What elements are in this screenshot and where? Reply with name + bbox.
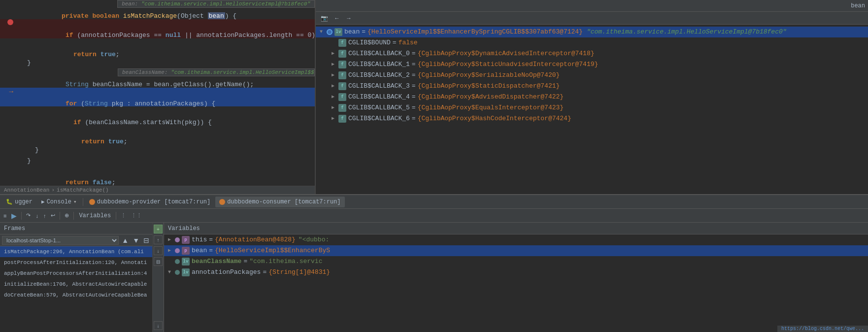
var-item-this[interactable]: ▶ p this = {AnnotationBean@4828} "<dubbo… — [164, 234, 868, 245]
var-icon-p-this: p — [182, 236, 190, 244]
var-item-bean[interactable]: ▶ p bean = {HelloServiceImpl$$EnhancerBy… — [164, 245, 868, 256]
forward-button[interactable]: → — [344, 14, 354, 23]
var-val-cb3: {CglibAopProxy$StaticDispatcher@7421} — [418, 81, 560, 91]
expand-icon-cb1[interactable]: ▶ — [332, 60, 338, 69]
expand-this[interactable]: ▶ — [168, 235, 175, 245]
frame-item-4[interactable]: initializeBean:1706, AbstractAutowireCap… — [0, 279, 152, 290]
camera-button[interactable]: 📷 — [319, 14, 330, 23]
var-name-this: this — [192, 235, 207, 245]
expand-icon-cb3[interactable]: ▶ — [332, 81, 338, 91]
main-container: private boolean isMatchPackage(Object be… — [0, 0, 868, 332]
toolbar-btn-step-into[interactable]: ↓ — [34, 212, 40, 219]
nav-down-btn-2[interactable]: ↓ — [154, 321, 163, 330]
tab-consumer-label: dubbodemo-consumer [tomcat7:run] — [227, 199, 340, 205]
var-item-callback-1[interactable]: ▶ f CGLIB$CALLBACK_1 = {CglibAopProxy$St… — [316, 59, 868, 70]
frame-item-1[interactable]: isMatchPackage:296, AnnotationBean (com.… — [0, 246, 152, 257]
nav-down-btn[interactable]: ↓ — [154, 246, 163, 255]
var-eq-cb4: = — [412, 92, 416, 102]
nav-add-btn[interactable]: + — [154, 225, 163, 233]
nav-up-btn[interactable]: ↑ — [154, 235, 163, 244]
var-eq-cb6: = — [412, 114, 416, 124]
var-name-annotationpackages: annotationPackages — [192, 267, 261, 277]
tab-provider[interactable]: dubbodemo-provider [tomcat7:run] — [85, 197, 214, 207]
frame-item-2[interactable]: postProcessAfterInitialization:120, Anno… — [0, 257, 152, 268]
provider-icon — [89, 199, 95, 205]
var-item-beanclassname[interactable]: lv beanClassName = "com.itheima.servic — [164, 256, 868, 267]
tab-consumer[interactable]: dubbodemo-consumer [tomcat7:run] — [215, 197, 344, 207]
var-icon-f-cb2: f — [338, 71, 346, 79]
code-panel: private boolean isMatchPackage(Object be… — [0, 0, 315, 194]
var-item-bean-root[interactable]: ▼ lv bean = {HelloServiceImpl$$EnhancerB… — [316, 27, 868, 37]
toolbar-btn-list[interactable]: ≡ — [2, 212, 8, 219]
toolbar-btn-evaluate[interactable]: ⊕ — [63, 212, 70, 219]
nav-filter-btn[interactable]: ⊟ — [154, 257, 163, 266]
code-line-9: } — [0, 145, 315, 156]
var-name-cb4: CGLIB$CALLBACK_4 — [348, 92, 410, 102]
var-icon-f-cb1: f — [338, 61, 346, 68]
bottom-area: 🐛 ugger ▶ Console ▾ dubbodemo-provider [… — [0, 194, 868, 332]
var-icon-f-cb3: f — [338, 82, 346, 90]
kw-if-2: if — [73, 119, 81, 126]
var-val-cb0: {CglibAopProxy$DynamicAdvisedInterceptor… — [418, 49, 595, 59]
console-dropdown[interactable]: ▾ — [73, 199, 77, 205]
status-link[interactable]: https://blog.csdn.net/qwe... — [781, 326, 864, 332]
frame-select[interactable]: localhost-startStop-1... — [2, 236, 119, 245]
var-item-callback-4[interactable]: ▶ f CGLIB$CALLBACK_4 = {CglibAopProxy$Ad… — [316, 92, 868, 102]
var-item-cglib-bound[interactable]: f CGLIB$BOUND = false — [316, 37, 868, 48]
code-line-8: return true; — [0, 126, 315, 145]
expand-annotationpackages[interactable]: ▼ — [168, 267, 175, 277]
debug-toolbar: 📷 ← → — [316, 12, 868, 25]
var-eq-cb1: = — [412, 60, 416, 69]
back-button[interactable]: ← — [332, 14, 342, 23]
expand-icon-bean[interactable]: ▼ — [320, 27, 327, 37]
bean-debug-icon — [327, 29, 333, 35]
var-list: ▶ p this = {AnnotationBean@4828} "<dubbo… — [164, 234, 868, 332]
toolbar-separator-1 — [21, 212, 22, 220]
toolbar-btn-more[interactable]: ⋮ — [119, 212, 128, 219]
expand-icon-cb0[interactable]: ▶ — [332, 49, 338, 59]
var-val-cglib-bound: false — [399, 38, 418, 48]
frame-down-btn[interactable]: ▼ — [132, 236, 140, 244]
var-item-callback-0[interactable]: ▶ f CGLIB$CALLBACK_0 = {CglibAopProxy$Dy… — [316, 48, 868, 59]
toolbar-btn-run-to-cursor[interactable]: ↩ — [49, 212, 57, 219]
frame-filter-btn[interactable]: ⊟ — [142, 236, 150, 244]
var-val-cb4: {CglibAopProxy$AdvisedDispatcher@7422} — [418, 92, 564, 102]
var-val-bean-obj: {HelloServiceImpl$$EnhancerBySpringCGLIB… — [367, 27, 583, 37]
toolbar-separator-3 — [73, 212, 74, 220]
frame-dropdown[interactable]: localhost-startStop-1... ▲ ▼ ⊟ — [0, 234, 152, 246]
tab-debugger[interactable]: 🐛 ugger — [2, 197, 36, 207]
frames-panel: Frames localhost-startStop-1... ▲ ▼ ⊟ is… — [0, 223, 153, 332]
tab-console-label: Console — [47, 199, 71, 205]
var-eq-this: = — [209, 235, 213, 245]
var-item-callback-2[interactable]: ▶ f CGLIB$CALLBACK_2 = {CglibAopProxy$Se… — [316, 70, 868, 81]
var-icon-lv-bcn: lv — [182, 258, 190, 266]
frame-up-btn[interactable]: ▲ — [121, 236, 130, 244]
expand-bean[interactable]: ▶ — [168, 246, 175, 256]
toolbar-btn-resume[interactable]: ▶ — [10, 211, 18, 220]
breakpoint-icon[interactable] — [7, 19, 13, 25]
tooltip-1: bean: "com.itheima.service.impl.HelloSer… — [117, 0, 315, 8]
expand-icon-cb5[interactable]: ▶ — [332, 103, 338, 113]
method-name: isMatchPackage — [123, 12, 177, 20]
toolbar-btn-step-out[interactable]: ↑ — [42, 212, 48, 219]
line-content-9: } — [17, 145, 315, 156]
var-item-annotationpackages[interactable]: ▼ lv annotationPackages = {String[1]@483… — [164, 267, 868, 278]
tooltip-1-value: "com.itheima.service.impl.HelloServiceIm… — [141, 1, 310, 7]
line-content-11: return false; — [17, 166, 315, 194]
var-name-bean: bean — [344, 27, 360, 37]
var-val-cb2: {CglibAopProxy$SerializableNoOp@7420} — [418, 70, 560, 80]
var-item-callback-3[interactable]: ▶ f CGLIB$CALLBACK_3 = {CglibAopProxy$St… — [316, 81, 868, 92]
kw-if: if — [66, 32, 73, 39]
kw-for: for — [66, 100, 77, 107]
code-area: private boolean isMatchPackage(Object be… — [0, 0, 868, 194]
tab-console[interactable]: ▶ Console ▾ — [37, 197, 81, 207]
toolbar-btn-more2[interactable]: ⋮⋮ — [130, 212, 143, 219]
expand-icon-cb4[interactable]: ▶ — [332, 92, 338, 102]
toolbar-btn-step-over[interactable]: ↷ — [25, 212, 32, 219]
expand-icon-cb6[interactable]: ▶ — [332, 114, 338, 124]
frame-item-3[interactable]: applyBeanPostProcessorsAfterInitializati… — [0, 268, 152, 279]
var-item-callback-5[interactable]: ▶ f CGLIB$CALLBACK_5 = {CglibAopProxy$Eq… — [316, 102, 868, 113]
expand-icon-cb2[interactable]: ▶ — [332, 70, 338, 80]
var-item-callback-6[interactable]: ▶ f CGLIB$CALLBACK_6 = {CglibAopProxy$Ha… — [316, 113, 868, 124]
frame-item-5[interactable]: doCreateBean:579, AbstractAutowireCapabl… — [0, 290, 152, 300]
